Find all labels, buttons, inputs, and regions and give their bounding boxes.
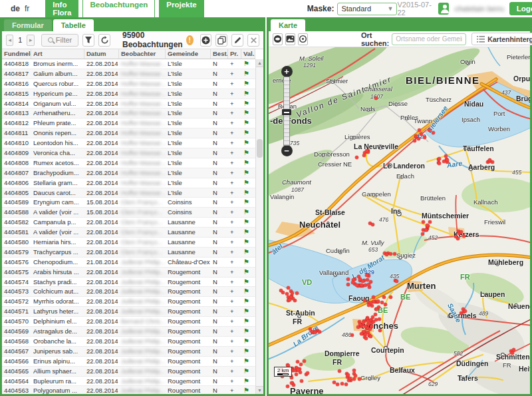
next-page-button[interactable]: ▸ (27, 35, 34, 46)
observation-dot[interactable] (361, 280, 364, 283)
user-avatar-icon[interactable] (438, 3, 450, 15)
observation-dot[interactable] (360, 332, 363, 335)
observation-dot[interactable] (362, 154, 366, 157)
validation-flag-icon[interactable]: ⚑ (241, 59, 255, 69)
validation-flag-icon[interactable]: ⚑ (241, 327, 255, 336)
observation-dot[interactable] (488, 158, 491, 162)
filter-funnel-button[interactable] (82, 34, 94, 47)
table-row[interactable]: 4404807Brachypodium...22.08.2014Hoffer-M… (2, 168, 255, 178)
validation-flag-icon[interactable]: ⚑ (241, 79, 255, 89)
table-row[interactable]: 4404811Ononis repen...22.08.2014Hoffer-M… (2, 128, 255, 138)
warning-icon[interactable]: ! (186, 35, 194, 45)
observation-dot[interactable] (332, 381, 336, 384)
table-row[interactable]: 4404568Orobanche la...22.08.2014Juillera… (2, 337, 255, 347)
observation-dot[interactable] (382, 296, 386, 299)
scroll-down-icon[interactable]: ▼ (256, 386, 263, 394)
observation-dot[interactable] (285, 292, 289, 296)
observation-dot[interactable] (389, 252, 392, 256)
center-map-button[interactable] (298, 33, 308, 45)
table-row[interactable]: 4404806Stellaria gram...22.08.2014Hoffer… (2, 178, 255, 188)
observation-dot[interactable] (346, 373, 350, 377)
zoom-slider-handle[interactable] (282, 109, 291, 115)
zoom-in-button[interactable]: + (281, 66, 293, 77)
map-background-button[interactable]: Kartenhintergrund (471, 33, 532, 45)
validation-flag-icon[interactable]: ⚑ (241, 287, 255, 296)
observation-dot[interactable] (417, 137, 420, 140)
validation-flag-icon[interactable]: ⚑ (241, 268, 255, 277)
observation-dot[interactable] (375, 307, 378, 311)
observation-dot[interactable] (357, 275, 360, 278)
observation-dot[interactable] (300, 379, 303, 383)
place-search-input[interactable] (392, 33, 466, 45)
observation-dot[interactable] (363, 299, 366, 302)
table-row[interactable]: 4404571Lathyrus heter...22.08.2014Juille… (2, 307, 255, 317)
observation-dot[interactable] (288, 298, 291, 301)
validation-flag-icon[interactable]: ⚑ (241, 108, 255, 118)
observation-dot[interactable] (393, 252, 396, 256)
table-row[interactable]: 4404589Eryngium cam...15.08.2014Clerc Fr… (2, 198, 255, 208)
table-row[interactable]: 4404581A valider (voir ...22.08.2014Cler… (2, 228, 255, 238)
table-row[interactable]: 4404813Arrhenatheru...22.08.2014Hoffer-M… (2, 108, 255, 118)
observation-dot[interactable] (384, 303, 387, 306)
zoom-track[interactable] (283, 77, 290, 146)
refresh-button[interactable] (98, 34, 110, 47)
edit-button[interactable] (231, 34, 243, 47)
observation-dot[interactable] (306, 371, 309, 375)
observation-dot[interactable] (395, 280, 398, 283)
validation-flag-icon[interactable]: ⚑ (241, 69, 255, 79)
observation-dot[interactable] (369, 335, 372, 338)
observation-dot[interactable] (364, 284, 367, 287)
nav-info-flora-button[interactable]: Info Flora (45, 0, 78, 19)
observation-dot[interactable] (414, 134, 418, 138)
table-row[interactable]: 4404588A valider (voir ...15.08.2014Cler… (2, 208, 255, 218)
observation-dot[interactable] (366, 319, 370, 323)
validation-flag-icon[interactable]: ⚑ (241, 386, 255, 394)
table-row[interactable]: 4404567Juniperus sab...22.08.2014Juiller… (2, 347, 255, 357)
table-row[interactable]: 4404565Allium sphaer...22.08.2014Juiller… (2, 367, 255, 377)
table-row[interactable]: 4404572Myrrhis odorat...22.08.2014Juille… (2, 297, 255, 307)
table-row[interactable]: 4404563Polygonatum ...22.08.2014Juillera… (2, 386, 255, 394)
validation-flag-icon[interactable]: ⚑ (241, 208, 255, 217)
table-row[interactable]: 4404810Leontodon his...22.08.2014Hoffer-… (2, 138, 255, 148)
tab-karte[interactable]: Karte (271, 19, 305, 31)
validation-flag-icon[interactable]: ⚑ (241, 89, 255, 99)
validation-flag-icon[interactable]: ⚑ (241, 347, 255, 356)
observation-dot[interactable] (296, 360, 299, 363)
tab-tabelle[interactable]: Tabelle (53, 19, 94, 31)
validation-flag-icon[interactable]: ⚑ (241, 297, 255, 306)
table-row[interactable]: 4404812Phleum prate...22.08.2014Hoffer-M… (2, 118, 255, 128)
observation-dot[interactable] (511, 351, 514, 355)
table-row[interactable]: 4404575Arabis hirsuta ...22.08.2014Juill… (2, 268, 255, 278)
duplicate-button[interactable] (215, 34, 227, 47)
col-gemeinde[interactable]: Gemeinde (166, 49, 211, 59)
validation-flag-icon[interactable]: ⚑ (241, 248, 255, 257)
table-row[interactable]: 4404815Hypericum pe...22.08.2014Hoffer-M… (2, 89, 255, 99)
table-row[interactable]: 4404808Rumex acetos...22.08.2014Hoffer-M… (2, 158, 255, 168)
col-pr[interactable]: Pr. (228, 49, 241, 59)
observation-dot[interactable] (428, 220, 432, 224)
observation-dot[interactable] (374, 97, 378, 100)
observation-dot[interactable] (428, 128, 431, 132)
validation-flag-icon[interactable]: ⚑ (241, 218, 255, 227)
observation-dot[interactable] (295, 373, 298, 376)
table-row[interactable]: 4404814Origanum vul...22.08.2014Hoffer-M… (2, 99, 255, 109)
observation-dot[interactable] (423, 136, 426, 139)
observation-dot[interactable] (338, 369, 341, 373)
observation-dot[interactable] (346, 278, 350, 281)
observation-dot[interactable] (366, 278, 369, 282)
observation-dot[interactable] (358, 377, 361, 381)
observation-dot[interactable] (378, 317, 381, 321)
scrollbar-thumb[interactable] (257, 139, 263, 158)
validation-flag-icon[interactable]: ⚑ (241, 367, 255, 376)
col-best[interactable]: Best. (211, 49, 228, 59)
table-scrollbar[interactable]: ▲ ▼ (255, 59, 263, 394)
table-row[interactable]: 4404580Herniaria hirs...22.08.2014Clerc … (2, 238, 255, 248)
observation-dot[interactable] (364, 337, 368, 340)
logout-button[interactable]: Logout (509, 2, 532, 15)
observation-dot[interactable] (299, 371, 302, 374)
observation-dot[interactable] (350, 333, 354, 337)
table-row[interactable]: 4404809Veronica cha...22.08.2014Hoffer-M… (2, 148, 255, 158)
observation-dot[interactable] (421, 232, 424, 236)
prev-page-button[interactable]: ◂ (6, 35, 13, 46)
table-row[interactable]: 4404582Campanula p...22.08.2014Clerc Fra… (2, 218, 255, 228)
